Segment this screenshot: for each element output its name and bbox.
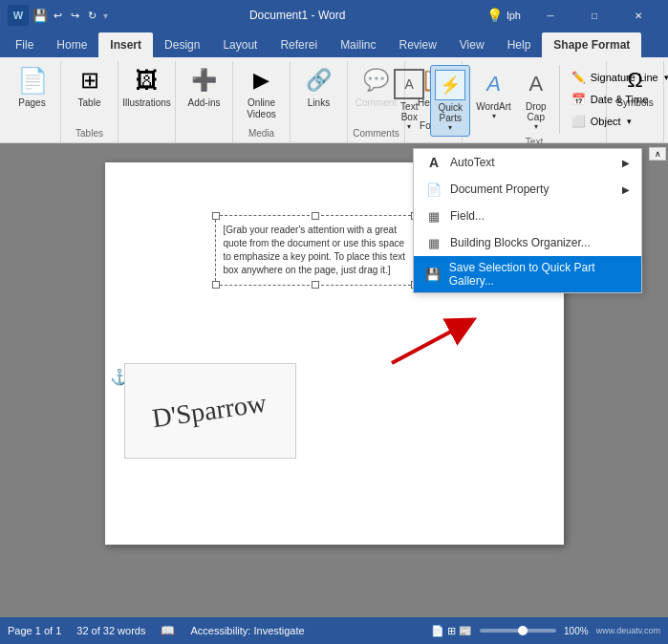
save-selection-icon: 💾	[425, 266, 442, 283]
document-title: Document1 - Word	[108, 9, 486, 22]
wordart-icon: A	[479, 69, 509, 99]
page-info: Page 1 of 1	[8, 625, 61, 636]
tab-help[interactable]: Help	[496, 32, 543, 57]
accessibility-info: Accessibility: Investigate	[190, 625, 304, 636]
ribbon: 📄 Pages ⊞ Table Tables 🖼 Illustrations ➕	[0, 57, 668, 143]
links-label: Links	[308, 97, 330, 109]
view-icons: 📄 ⊞ 📰	[431, 625, 472, 637]
links-btn[interactable]: 🔗 Links	[298, 61, 340, 113]
illustrations-btn[interactable]: 🖼 Illustrations	[117, 61, 177, 113]
ribbon-group-pages: 📄 Pages	[4, 61, 61, 142]
dropdown-autotext[interactable]: A AutoText ▶	[414, 149, 641, 176]
symbols-btn[interactable]: Ω Symbols	[611, 61, 658, 113]
textbox-dropdown-icon: ▾	[407, 122, 411, 131]
proofing-icon: 📖	[161, 624, 175, 637]
minimize-btn[interactable]: ─	[528, 0, 572, 31]
tab-home[interactable]: Home	[45, 32, 98, 57]
red-arrow	[382, 315, 478, 373]
zoom-level: 100%	[564, 626, 589, 636]
symbols-label: Symbols	[616, 97, 653, 109]
symbols-icon: Ω	[620, 65, 651, 96]
save-quick-btn[interactable]: 💾	[34, 10, 46, 21]
autotext-label: AutoText	[450, 156, 495, 169]
dropcap-label: Drop Cap	[521, 101, 551, 122]
tab-design[interactable]: Design	[153, 32, 211, 57]
wordart-btn[interactable]: A WordArt ▾	[472, 65, 515, 124]
ribbon-tabs: File Home Insert Design Layout Referei M…	[0, 31, 668, 57]
save-selection-label: Save Selection to Quick Part Gallery...	[449, 261, 630, 288]
building-blocks-label: Building Blocks Organizer...	[450, 236, 591, 249]
ribbon-group-links: 🔗 Links	[291, 61, 348, 142]
ribbon-group-illustrations: 🖼 Illustrations	[119, 61, 176, 142]
docproperty-icon: 📄	[425, 181, 442, 198]
tab-mailings[interactable]: Mailinc	[329, 32, 387, 57]
quickparts-label: Quick Parts	[435, 102, 465, 123]
ribbon-group-tables: ⊞ Table Tables	[61, 61, 119, 142]
quickparts-icon: ⚡	[435, 70, 465, 100]
links-icon: 🔗	[304, 65, 334, 96]
handle-tl	[212, 212, 220, 220]
repeat-btn[interactable]: ↻	[86, 10, 97, 21]
building-blocks-icon: ▦	[425, 234, 442, 251]
table-btn[interactable]: ⊞ Table	[69, 61, 111, 113]
quickparts-btn[interactable]: ⚡ Quick Parts ▾	[430, 65, 470, 137]
title-bar: W 💾 ↩ ↪ ↻ ▾ Document1 - Word 💡 lph ─ □ ✕	[0, 0, 668, 31]
dropdown-building-blocks[interactable]: ▦ Building Blocks Organizer...	[414, 229, 641, 256]
tab-references[interactable]: Referei	[269, 32, 329, 57]
signature-box: D'Sparrow	[124, 363, 296, 459]
tab-layout[interactable]: Layout	[211, 32, 269, 57]
tab-file[interactable]: File	[4, 32, 45, 57]
dropcap-btn[interactable]: A Drop Cap ▾	[517, 65, 555, 135]
comment-label: Comment	[356, 97, 397, 109]
redo-btn[interactable]: ↪	[69, 10, 80, 21]
ribbon-group-symbols: Ω Symbols	[607, 61, 664, 142]
undo-btn[interactable]: ↩	[52, 10, 63, 21]
autotext-arrow: ▶	[622, 158, 630, 168]
textbox-content: [Grab your reader's attention with a gre…	[224, 225, 405, 275]
field-label: Field...	[450, 209, 485, 223]
close-btn[interactable]: ✕	[616, 0, 660, 31]
docproperty-arrow: ▶	[622, 184, 630, 195]
table-label: Table	[78, 97, 101, 109]
lightbulb-icon: 💡	[486, 8, 503, 23]
status-bar-right: 📄 ⊞ 📰 100% www.deuatv.com	[431, 625, 660, 637]
wordart-dropdown-icon: ▾	[492, 112, 496, 120]
quickparts-dropdown-menu: A AutoText ▶ 📄 Document Property ▶ ▦ Fie…	[413, 148, 642, 293]
tab-insert[interactable]: Insert	[98, 32, 153, 57]
dropdown-save-selection[interactable]: 💾 Save Selection to Quick Part Gallery..…	[414, 256, 641, 292]
signature-content: D'Sparrow	[151, 388, 269, 434]
lightbulb-area: 💡 lph	[486, 8, 521, 23]
object-icon: ⬜	[571, 114, 587, 129]
status-bar: Page 1 of 1 32 of 32 words 📖 Accessibili…	[0, 617, 668, 644]
zoom-slider[interactable]	[480, 629, 556, 633]
signature-icon: ✏️	[571, 70, 587, 85]
tab-review[interactable]: Review	[387, 32, 447, 57]
maximize-btn[interactable]: □	[572, 0, 616, 31]
pages-icon: 📄	[17, 65, 48, 96]
handle-tm	[312, 212, 319, 220]
tab-shape-format[interactable]: Shape Format	[542, 32, 641, 57]
online-video-btn[interactable]: ▶ Online Videos	[239, 61, 284, 124]
signature-line-dropdown: ▾	[664, 73, 668, 82]
dropdown-field[interactable]: ▦ Field...	[414, 203, 641, 229]
ribbon-group-text: A Text Box ▾ ⚡ Quick Parts ▾ A WordArt ▾…	[463, 61, 607, 142]
ribbon-group-addins: ➕ Add-ins	[176, 61, 233, 142]
illustrations-label: Illustrations	[122, 97, 171, 109]
online-video-icon: ▶	[247, 65, 277, 96]
word-icon: W	[8, 5, 29, 26]
online-video-label: Online Videos	[245, 97, 278, 120]
table-icon: ⊞	[75, 65, 105, 96]
comment-icon: 💬	[361, 65, 392, 96]
window-controls: ─ □ ✕	[528, 0, 660, 31]
pages-btn[interactable]: 📄 Pages	[11, 61, 54, 113]
word-count: 32 of 32 words	[76, 625, 145, 636]
dropdown-docproperty[interactable]: 📄 Document Property ▶	[414, 176, 641, 203]
dropcap-dropdown-icon: ▾	[534, 122, 538, 131]
tell-me-text: lph	[506, 10, 521, 21]
addins-btn[interactable]: ➕ Add-ins	[183, 61, 226, 113]
ribbon-collapse-btn[interactable]: ∧	[649, 147, 666, 161]
doc-textbox[interactable]: [Grab your reader's attention with a gre…	[215, 215, 416, 286]
tab-view[interactable]: View	[448, 32, 496, 57]
addins-icon: ➕	[189, 65, 220, 96]
comment-btn[interactable]: 💬 Comment	[350, 61, 402, 113]
